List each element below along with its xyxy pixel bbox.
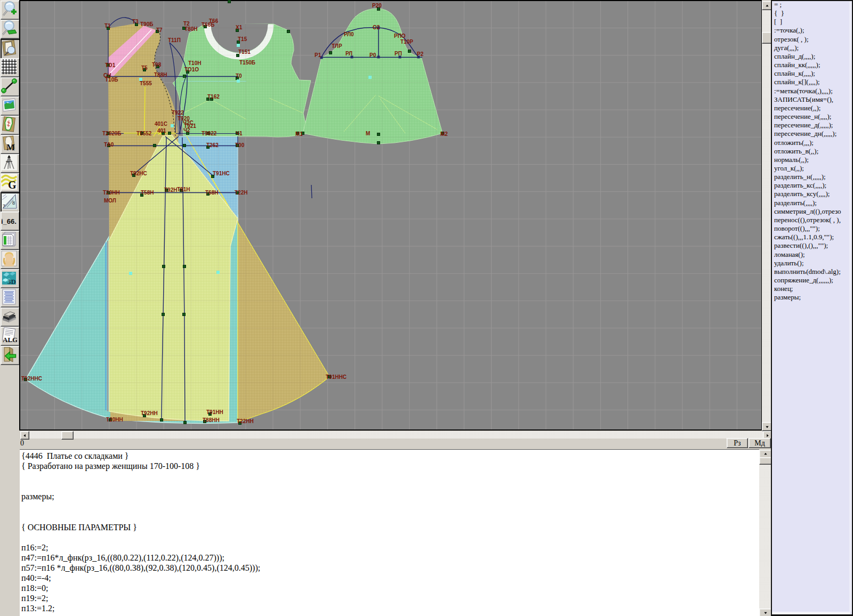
svg-text:Т20НН: Т20НН bbox=[103, 190, 120, 196]
svg-text:Т98: Т98 bbox=[152, 62, 162, 68]
svg-text:Х1: Х1 bbox=[236, 25, 243, 30]
svg-text:Ч2: Ч2 bbox=[183, 127, 190, 133]
svg-text:Т88НН: Т88НН bbox=[203, 417, 220, 423]
svg-text:Р0: Р0 bbox=[369, 52, 376, 58]
svg-text:Т11П: Т11П bbox=[168, 37, 181, 43]
svg-text:РЛ0: РЛ0 bbox=[344, 31, 354, 37]
svg-text:РЛ: РЛ bbox=[345, 51, 352, 56]
svg-text:Т9022: Т9022 bbox=[202, 131, 217, 136]
svg-text:7: 7 bbox=[3, 204, 5, 209]
svg-text:М2: М2 bbox=[440, 131, 448, 137]
svg-text:РПО: РПО bbox=[394, 33, 406, 39]
svg-text:Т90Б: Т90Б bbox=[140, 21, 153, 27]
svg-text:Т22НН: Т22НН bbox=[237, 418, 254, 424]
svg-text:Т0: Т0 bbox=[236, 73, 242, 79]
svg-text:ТА0: ТА0 bbox=[104, 142, 114, 148]
svg-text:Т922: Т922 bbox=[172, 110, 184, 116]
svg-text:Т80Н: Т80Н bbox=[184, 26, 197, 32]
svg-text:Т150Б: Т150Б bbox=[239, 60, 255, 66]
svg-text:Р1: Р1 bbox=[315, 52, 321, 58]
svg-text:Т68Н: Т68Н bbox=[205, 190, 218, 196]
svg-text:О2: О2 bbox=[373, 25, 380, 30]
svg-text:Т00: Т00 bbox=[235, 142, 245, 148]
svg-text:МОЛ: МОЛ bbox=[104, 198, 116, 204]
svg-text:Т88Н: Т88Н bbox=[154, 72, 167, 78]
svg-text:РП: РП bbox=[395, 51, 402, 56]
svg-text:Т91НН: Т91НН bbox=[206, 409, 223, 415]
svg-text:М1: М1 bbox=[295, 131, 303, 137]
svg-text:Т91Н: Т91Н bbox=[177, 187, 190, 192]
svg-text:i_66.: i_66. bbox=[1, 217, 17, 225]
svg-text:ТО1О: ТО1О bbox=[184, 67, 199, 72]
svg-text:Т92Н: Т92Н bbox=[164, 187, 177, 193]
svg-text:Т10Н: Т10Н bbox=[188, 60, 201, 66]
svg-text:Т555: Т555 bbox=[140, 80, 152, 86]
svg-text:ABC: ABC bbox=[3, 278, 10, 282]
svg-text:Т162: Т162 bbox=[207, 94, 220, 100]
svg-text:Т66: Т66 bbox=[209, 18, 219, 24]
svg-text:Т92НС: Т92НС bbox=[130, 171, 147, 176]
svg-text:8: 8 bbox=[12, 200, 15, 206]
svg-text:Т92НН: Т92НН bbox=[141, 410, 158, 416]
svg-text:ТО1: ТО1 bbox=[105, 62, 116, 68]
svg-text:ALG: ALG bbox=[3, 336, 17, 343]
svg-text:Т10Б: Т10Б bbox=[105, 77, 118, 83]
svg-text:G: G bbox=[8, 179, 17, 190]
svg-text:Т5: Т5 bbox=[141, 65, 148, 71]
svg-text:Т22Н: Т22Н bbox=[235, 190, 247, 196]
svg-text:Т15: Т15 bbox=[238, 36, 247, 42]
svg-text:Т151: Т151 bbox=[238, 49, 251, 55]
svg-text:Р20: Р20 bbox=[372, 3, 382, 9]
svg-text:Т92ННС: Т92ННС bbox=[21, 376, 42, 382]
svg-text:ТЛР: ТЛР bbox=[332, 43, 342, 49]
svg-text:Ч1: Ч1 bbox=[236, 131, 243, 136]
svg-text:Т58Н: Т58Н bbox=[141, 190, 154, 196]
svg-text:Т7: Т7 bbox=[156, 27, 163, 33]
svg-text:Р2: Р2 bbox=[417, 51, 424, 57]
svg-text:401С: 401С bbox=[155, 121, 167, 127]
svg-text:Т2020Б: Т2020Б bbox=[102, 131, 122, 136]
svg-text:401: 401 bbox=[157, 128, 166, 134]
svg-text:Т91НС: Т91НС bbox=[213, 171, 230, 176]
svg-text:Т10Р: Т10Р bbox=[400, 39, 413, 45]
svg-text:Т20НН: Т20НН bbox=[106, 417, 123, 423]
svg-text:Т3: Т3 bbox=[132, 19, 139, 25]
svg-text:Т1: Т1 bbox=[104, 23, 111, 29]
svg-text:Т262: Т262 bbox=[206, 142, 219, 148]
svg-text:М: М bbox=[366, 131, 370, 136]
svg-text:Т5552: Т5552 bbox=[136, 131, 152, 136]
svg-text:Т91ННС: Т91ННС bbox=[326, 374, 347, 380]
svg-text:M: M bbox=[6, 142, 15, 151]
